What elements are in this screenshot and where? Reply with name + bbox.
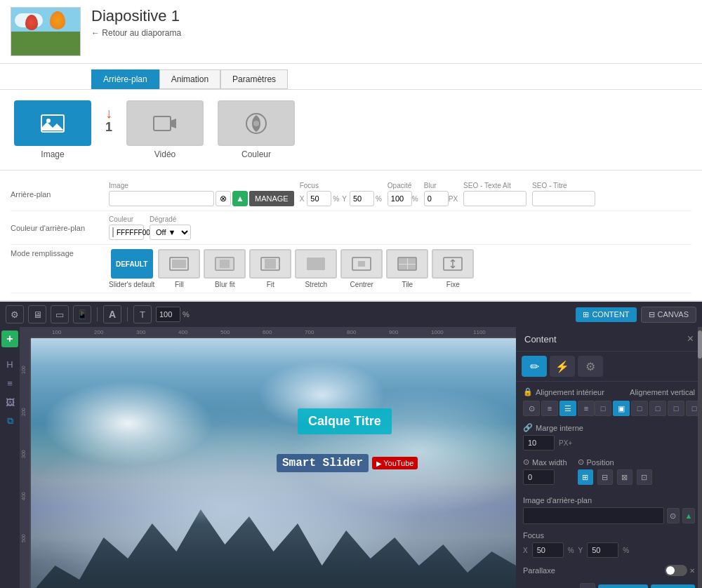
maxwidth-input[interactable] — [523, 469, 555, 485]
image-bg-clock-btn[interactable]: ⊙ — [667, 508, 680, 523]
fill-mode-default[interactable]: DEFAULT Slider's default — [109, 249, 154, 288]
focus-x-input[interactable] — [307, 191, 331, 206]
pos-btn-1[interactable]: ⊞ — [578, 469, 593, 485]
image-sidebar-icon[interactable]: 🖼 — [1, 394, 18, 410]
fill-blurfit-btn[interactable] — [204, 249, 246, 279]
svg-text:1000: 1000 — [431, 329, 444, 335]
image-field-label: Image — [109, 182, 294, 189]
focus-x-panel[interactable] — [532, 542, 564, 558]
mobile-icon[interactable]: 📱 — [73, 305, 91, 323]
style-buttons: NORMAL HOVER — [598, 584, 695, 588]
fill-mode-fixe[interactable]: Fixe — [432, 249, 474, 288]
fill-center-btn[interactable] — [340, 249, 383, 279]
color-type-button[interactable] — [218, 100, 295, 146]
panel-scrollbar[interactable] — [698, 327, 702, 588]
blur-label: Blur — [424, 182, 458, 189]
tab-background[interactable]: Arrière-plan — [91, 69, 159, 89]
fill-default-btn[interactable]: DEFAULT — [111, 249, 153, 279]
tab-animation[interactable]: Animation — [159, 69, 220, 89]
fill-fixe-btn[interactable] — [432, 249, 474, 279]
focus-y-input[interactable] — [350, 191, 374, 206]
desktop-icon[interactable]: 🖥 — [28, 305, 46, 323]
parallax-toggle[interactable]: ✕ — [665, 565, 695, 576]
settings-icon[interactable]: ⚙ — [6, 305, 24, 323]
opacity-input[interactable] — [388, 191, 412, 206]
panel-tab-edit[interactable]: ✏ — [522, 356, 547, 377]
parallax-section: Parallaxe ✕ — [523, 565, 695, 576]
add-element-button[interactable]: + — [1, 330, 18, 347]
style-hover-btn[interactable]: HOVER — [651, 584, 695, 588]
image-type-button[interactable] — [14, 100, 91, 146]
align-h-left2-btn[interactable]: ≡ — [541, 401, 558, 416]
svg-text:200: 200 — [94, 329, 104, 335]
svg-text:800: 800 — [347, 329, 357, 335]
align-v-3[interactable]: □ — [631, 401, 648, 416]
degrade-select[interactable]: Off ▼ — [150, 225, 191, 240]
align-v-2[interactable]: ▣ — [613, 401, 630, 416]
background-prop-label: Arrière-plan — [11, 190, 102, 199]
style-normal-btn[interactable]: NORMAL — [598, 584, 648, 588]
focus-y-panel[interactable] — [587, 542, 618, 558]
fill-mode-fill[interactable]: Fill — [158, 249, 200, 288]
fill-fill-btn[interactable] — [158, 249, 200, 279]
image-input[interactable] — [109, 191, 214, 206]
seo-title-input[interactable] — [532, 191, 595, 206]
fill-tile-btn[interactable] — [386, 249, 428, 279]
bg-type-color[interactable]: Couleur — [218, 100, 295, 159]
horizontal-ruler: 100 200 300 400 500 600 700 800 900 1000… — [31, 327, 516, 338]
back-link[interactable]: Retour au diaporama — [91, 28, 691, 38]
heading-icon[interactable]: H — [1, 356, 18, 373]
bg-type-image[interactable]: Image — [14, 100, 91, 159]
type-t-icon[interactable]: T — [133, 305, 152, 323]
fill-mode-stretch[interactable]: Stretch — [295, 249, 337, 288]
fill-mode-blurfit[interactable]: Blur fit — [204, 249, 246, 288]
color-swatch[interactable]: FFFFFF00 — [109, 225, 144, 240]
align-h-right-btn[interactable]: ≡ — [578, 401, 595, 416]
align-v-1[interactable]: □ — [595, 401, 611, 416]
bg-color-prop-label: Couleur d'arrière-plan — [11, 224, 102, 232]
fill-stretch-btn[interactable] — [295, 249, 337, 279]
svg-rect-19 — [408, 265, 416, 269]
fill-mode-center[interactable]: Centrer — [340, 249, 383, 288]
calque-titre-element[interactable]: Calque Titre — [298, 408, 392, 434]
image-bg-upload-btn[interactable]: ▲ — [682, 508, 695, 523]
panel-close-button[interactable]: × — [687, 333, 694, 345]
align-interieur-label: 🔒 Alignement intérieur — [523, 387, 604, 396]
toggle-track[interactable] — [665, 565, 687, 576]
manage-button[interactable]: MANAGE — [249, 191, 294, 206]
blur-input[interactable] — [424, 191, 449, 206]
text-icon[interactable]: A — [103, 305, 121, 323]
align-h-center-btn[interactable]: ☰ — [559, 401, 576, 416]
align-v-5[interactable]: □ — [668, 401, 684, 416]
align-v-4[interactable]: □ — [649, 401, 666, 416]
upload-icon[interactable]: ▲ — [232, 191, 248, 206]
degrade-label: Dégradé — [150, 215, 191, 223]
svg-rect-11 — [265, 259, 276, 269]
fill-mode-fit[interactable]: Fit — [249, 249, 291, 288]
tablet-icon[interactable]: ▭ — [51, 305, 69, 323]
video-type-button[interactable] — [126, 100, 204, 146]
style-refresh-btn[interactable]: ↻ — [580, 583, 595, 588]
pos-btn-3[interactable]: ⊠ — [617, 469, 633, 485]
scrollbar-thumb[interactable] — [698, 330, 702, 359]
align-h-left-btn[interactable]: ⊙ — [523, 401, 540, 416]
svg-rect-14 — [358, 261, 365, 267]
image-bg-section: Image d'arrière-plan ⊙ ▲ — [523, 496, 695, 524]
fill-mode-tile[interactable]: Tile — [386, 249, 428, 288]
pos-btn-2[interactable]: ⊟ — [597, 469, 613, 485]
marge-input[interactable] — [523, 435, 555, 450]
svg-rect-12 — [307, 258, 325, 270]
zoom-input[interactable] — [156, 307, 180, 322]
seo-alt-input[interactable] — [463, 191, 526, 206]
clear-icon[interactable]: ⊗ — [216, 191, 231, 206]
content-button[interactable]: ⊞ CONTENT — [576, 307, 636, 322]
canvas-button[interactable]: ⊟ CANVAS — [641, 307, 696, 323]
fill-fit-btn[interactable] — [249, 249, 291, 279]
bg-type-video[interactable]: Vidéo — [126, 100, 204, 159]
lines-icon[interactable]: ≡ — [1, 375, 18, 392]
panel-tab-animation[interactable]: ⚡ — [550, 356, 575, 377]
layer-icon[interactable]: ⧉ — [1, 413, 18, 429]
pos-btn-4[interactable]: ⊡ — [637, 469, 652, 485]
tab-parameters[interactable]: Paramètres — [220, 69, 288, 89]
panel-tab-settings[interactable]: ⚙ — [578, 356, 603, 377]
